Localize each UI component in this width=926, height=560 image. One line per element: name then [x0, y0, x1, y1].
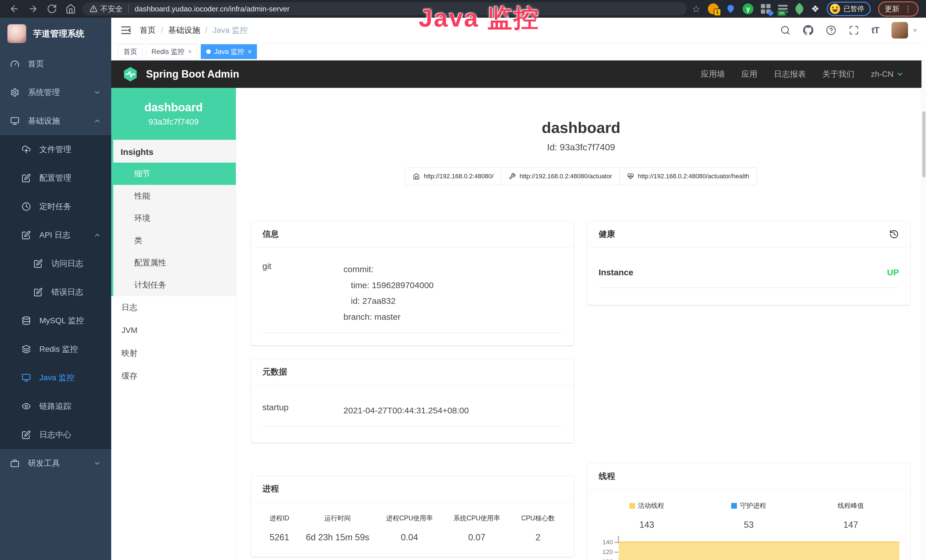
- address-bar[interactable]: 不安全 dashboard.yudao.iocoder.cn/infra/adm…: [82, 2, 687, 15]
- sba-nav-about[interactable]: 关于我们: [823, 69, 855, 80]
- sidebar-item-dev-tools[interactable]: 研发工具: [0, 449, 111, 478]
- topbar-actions: tT ▾: [780, 22, 917, 38]
- ytick: 140: [602, 539, 613, 546]
- breadcrumb-separator: /: [161, 26, 163, 35]
- sba-language-select[interactable]: zh-CN: [871, 70, 904, 79]
- link-label: http://192.168.0.2:48080/: [424, 173, 494, 180]
- close-icon[interactable]: ×: [248, 48, 251, 56]
- hamburger-icon[interactable]: [120, 24, 132, 36]
- sba-brand-name: Spring Boot Admin: [146, 68, 239, 80]
- sidebar-item-job[interactable]: 定时任务: [0, 192, 111, 221]
- reload-icon[interactable]: [47, 4, 57, 14]
- monitor-icon: [10, 117, 20, 126]
- tab-home[interactable]: 首页: [118, 44, 142, 59]
- sba-nav-journal[interactable]: 日志报表: [774, 69, 806, 80]
- leaf-extension-icon[interactable]: [793, 3, 805, 15]
- instance-home-link[interactable]: http://192.168.0.2:48080/: [405, 168, 501, 185]
- update-button[interactable]: 更新 ⋮: [878, 2, 918, 17]
- tab-redis[interactable]: Redis 监控 ×: [146, 44, 197, 59]
- sba-nav-applications[interactable]: 应用: [741, 69, 758, 80]
- sidebar-item-label: 系统管理: [28, 87, 60, 98]
- user-avatar[interactable]: [891, 22, 908, 38]
- extension-area: ☆ 1 y on ❖ 已暂停 更新 ⋮: [692, 2, 921, 17]
- sidebar-item-mysql[interactable]: MySQL 监控: [0, 306, 111, 335]
- sidebar-item-infra[interactable]: 基础设施: [0, 107, 111, 135]
- metadata-card-title: 元数据: [262, 366, 287, 378]
- extension-icon-rows[interactable]: on: [778, 4, 788, 14]
- col-pid: 进程ID: [260, 514, 299, 523]
- sidebar-item-config[interactable]: 配置管理: [0, 164, 111, 192]
- extension-icon-orange[interactable]: 1: [708, 3, 719, 14]
- cloud-upload-icon: [22, 145, 31, 154]
- health-instance-row: Instance UP: [599, 268, 899, 288]
- search-icon[interactable]: [780, 25, 791, 35]
- pin-extension-icon[interactable]: [726, 4, 735, 14]
- history-icon[interactable]: [889, 229, 899, 239]
- bookmark-star-icon[interactable]: ☆: [692, 4, 701, 14]
- legend-live-swatch: [629, 503, 635, 509]
- browser-menu-icon[interactable]: ⋮: [904, 4, 912, 14]
- sidebar-item-error-log[interactable]: 错误日志: [0, 278, 111, 306]
- fullscreen-icon[interactable]: [849, 25, 859, 35]
- sidebar-item-redis[interactable]: Redis 监控: [0, 335, 111, 363]
- page-scrollbar[interactable]: [921, 61, 926, 560]
- back-icon[interactable]: [9, 4, 20, 14]
- security-chip[interactable]: 不安全: [89, 4, 123, 14]
- val-peak-threads: 147: [800, 520, 902, 530]
- extension-icon-y[interactable]: y: [743, 3, 754, 14]
- chevron-down-icon: [94, 89, 101, 96]
- sidebar-item-api-log[interactable]: API 日志: [0, 221, 111, 249]
- sba-instance-name: dashboard: [144, 101, 203, 114]
- sidebar-item-java[interactable]: Java 监控: [0, 363, 111, 392]
- sidebar-item-file[interactable]: 文件管理: [0, 135, 111, 164]
- scrollbar-thumb[interactable]: [922, 111, 925, 177]
- breadcrumb-infra[interactable]: 基础设施: [168, 25, 200, 36]
- sba-item-scheduled-tasks[interactable]: 计划任务: [113, 274, 236, 296]
- sba-item-caches[interactable]: 缓存: [111, 365, 236, 387]
- tab-java-active[interactable]: Java 监控 ×: [201, 44, 257, 59]
- sidebar-item-home[interactable]: 首页: [0, 50, 111, 78]
- sidebar-item-label: 错误日志: [51, 287, 83, 298]
- sba-sidebar: dashboard 93a3fc7f7409 Insights 细节 性能 环境…: [111, 88, 236, 560]
- sba-item-environment[interactable]: 环境: [113, 207, 236, 229]
- warning-icon: [89, 5, 98, 13]
- sba-item-details[interactable]: 细节: [113, 163, 236, 185]
- sba-brand[interactable]: Spring Boot Admin: [122, 66, 239, 82]
- instance-health-link[interactable]: http://192.168.0.2:48080/actuator/health: [619, 168, 757, 185]
- edit-icon: [34, 288, 43, 297]
- sba-nav-wallboard[interactable]: 应用墙: [701, 69, 725, 80]
- gauge-icon: [10, 59, 20, 68]
- sba-frame: Spring Boot Admin 应用墙 应用 日志报表 关于我们 zh-CN…: [111, 61, 926, 560]
- sidebar-item-system[interactable]: 系统管理: [0, 78, 111, 107]
- sidebar-item-access-log[interactable]: 访问日志: [0, 249, 111, 278]
- app-logo-row[interactable]: 芋道管理系统: [0, 18, 111, 50]
- github-icon[interactable]: [803, 25, 813, 35]
- extension-icon-grid[interactable]: [761, 4, 770, 14]
- help-icon[interactable]: [826, 25, 836, 35]
- sba-item-metrics[interactable]: 性能: [113, 185, 236, 207]
- forward-icon[interactable]: [28, 4, 38, 14]
- sba-item-jvm[interactable]: JVM: [111, 319, 236, 342]
- sba-instance-header[interactable]: dashboard 93a3fc7f7409: [111, 88, 236, 140]
- sidebar-item-trace[interactable]: 链路追踪: [0, 392, 111, 421]
- sba-item-logs[interactable]: 日志: [111, 296, 236, 319]
- sba-item-classes[interactable]: 类: [113, 229, 236, 251]
- instance-actuator-link[interactable]: http://192.168.0.2:48080/actuator: [501, 168, 620, 185]
- cards-right-column: 健康 Instance UP: [587, 221, 910, 560]
- sba-item-mappings[interactable]: 映射: [111, 342, 236, 365]
- breadcrumb-home[interactable]: 首页: [140, 25, 156, 36]
- home-icon[interactable]: [66, 4, 76, 14]
- paused-badge[interactable]: 已暂停: [827, 2, 871, 16]
- sidebar-item-log-center[interactable]: 日志中心: [0, 421, 111, 449]
- info-key: git: [262, 261, 343, 325]
- heart-pulse-icon: [627, 173, 634, 180]
- text-size-icon[interactable]: tT: [872, 25, 879, 36]
- sba-item-config-props[interactable]: 配置属性: [113, 251, 236, 274]
- sba-insights-group: Insights 细节 性能 环境 类 配置属性 计划任务: [111, 140, 236, 296]
- pinwheel-extension-icon[interactable]: ❖: [811, 4, 819, 14]
- health-card-title: 健康: [599, 229, 615, 240]
- col-cpus: CPU核心数: [510, 514, 566, 523]
- threads-legend: 活动线程 守护进程 线程峰值: [596, 501, 902, 510]
- avatar-caret-icon[interactable]: ▾: [913, 26, 917, 35]
- close-icon[interactable]: ×: [188, 48, 192, 56]
